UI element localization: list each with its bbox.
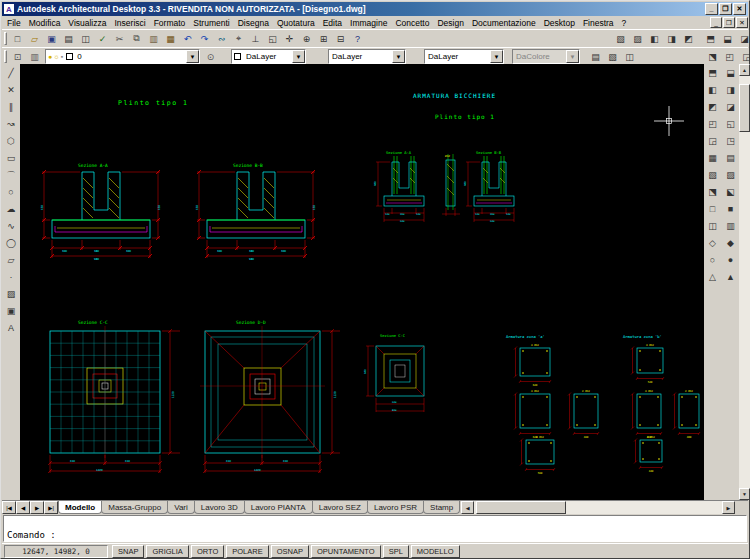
spline-button[interactable]: ∿ (3, 218, 19, 234)
hatch-button[interactable]: ▨ (3, 286, 19, 302)
scroll-right-button[interactable]: ▶ (722, 501, 735, 514)
rectangle-button[interactable]: ▭ (3, 150, 19, 166)
menu-design[interactable]: Design (433, 18, 467, 28)
view-cube-20-button[interactable]: ▥ (722, 218, 739, 234)
scroll-up-button[interactable]: ▲ (739, 64, 750, 76)
view-cube-18-button[interactable]: ■ (722, 201, 739, 217)
tab-nav-4-button[interactable]: ▶| (44, 501, 58, 514)
copy-button[interactable]: ⧉ (128, 31, 145, 47)
menu-immagine[interactable]: Immagine (346, 18, 391, 28)
pan-realtime-button[interactable]: ✛ (281, 31, 298, 47)
ellipse-button[interactable]: ◯ (3, 235, 19, 251)
horizontal-scroll-track[interactable] (474, 501, 722, 514)
zoom-previous-button[interactable]: ⊟ (332, 31, 349, 47)
status-opuntamento-button[interactable]: OPUNTAMENTO (311, 545, 381, 558)
match-properties-button[interactable]: ▦ (162, 31, 179, 47)
save-button[interactable]: ▣ (43, 31, 60, 47)
point-button[interactable]: · (3, 269, 19, 285)
view-cube-21-button[interactable]: ◇ (704, 235, 721, 251)
status-snap-button[interactable]: SNAP (112, 545, 144, 558)
view-cube-7-button[interactable]: ◰ (704, 116, 721, 132)
vertical-scroll-track[interactable] (739, 76, 750, 488)
external-reference-button[interactable]: ◨ (663, 31, 680, 47)
construction-line-button[interactable]: ✕ (3, 82, 19, 98)
menu-formato[interactable]: Formato (150, 18, 190, 28)
status-osnap-button[interactable]: OSNAP (271, 545, 309, 558)
menu-desktop[interactable]: Desktop (540, 18, 579, 28)
line-button[interactable]: ╱ (3, 65, 19, 81)
print-preview-button[interactable]: ◫ (77, 31, 94, 47)
toolbar-grip[interactable] (4, 32, 7, 45)
view-cube-10-button[interactable]: ◳ (722, 133, 739, 149)
view-cube-top-button[interactable]: ⬒ (702, 31, 719, 47)
view-cube-6-button[interactable]: ◪ (722, 99, 739, 115)
restore-button[interactable]: ❐ (719, 3, 732, 15)
ucs-button[interactable]: ⊥ (247, 31, 264, 47)
status-polare-button[interactable]: POLARE (226, 545, 268, 558)
view-cube-24-button[interactable]: ● (722, 252, 739, 268)
multiline-text-button[interactable]: A (3, 320, 19, 336)
menu-modifica[interactable]: Modifica (25, 18, 65, 28)
menu-documentazione[interactable]: Documentazione (468, 18, 540, 28)
view-cube-23-button[interactable]: ○ (704, 252, 721, 268)
multiline-button[interactable]: ∥ (3, 99, 19, 115)
menu-disegna[interactable]: Disegna (234, 18, 273, 28)
tab-lavoro-psr[interactable]: Lavoro PSR (367, 501, 424, 514)
status-modello-button[interactable]: MODELLO (411, 545, 460, 558)
polyline-button[interactable]: ↝ (3, 116, 19, 132)
menu-concetto[interactable]: Concetto (391, 18, 433, 28)
menu-finestra[interactable]: Finestra (579, 18, 618, 28)
scroll-left-button[interactable]: ◀ (461, 501, 474, 514)
lineweight-dropdown[interactable]: DaLayer ▼ (424, 49, 504, 64)
insert-block-button[interactable]: ▱ (3, 252, 19, 268)
view-cube-11-button[interactable]: ▦ (704, 150, 721, 166)
menu-file[interactable]: File (3, 18, 25, 28)
menu-help[interactable]: ? (618, 18, 631, 28)
tab-lavoro-pianta[interactable]: Lavoro PIANTA (244, 501, 313, 514)
revision-cloud-button[interactable]: ☁ (3, 201, 19, 217)
view-cube-17-button[interactable]: □ (704, 201, 721, 217)
lineweight-dropdown-arrow-icon[interactable]: ▼ (490, 50, 503, 63)
linetype-dropdown[interactable]: DaLayer ▼ (328, 49, 406, 64)
zoom-realtime-button[interactable]: ⊕ (298, 31, 315, 47)
menu-edita[interactable]: Edita (319, 18, 346, 28)
tab-nav-1-button[interactable]: |◀ (2, 501, 16, 514)
object-properties-button[interactable]: ▤ (587, 49, 604, 65)
layer-manager-button[interactable]: ⊡ (9, 49, 26, 65)
layer-states-button[interactable]: ▥ (26, 49, 43, 65)
mdi-minimize-button[interactable]: _ (710, 17, 722, 28)
tab-stamp[interactable]: Stamp (423, 501, 460, 514)
close-button[interactable]: ✕ (733, 3, 746, 15)
render-button[interactable]: ⬔ (704, 49, 721, 65)
design-center-button[interactable]: ▨ (629, 31, 646, 47)
cut-button[interactable]: ✂ (111, 31, 128, 47)
drawing-canvas[interactable]: 4 Ø126204 Ø126202 Ø124804 Ø125604 Ø12520… (20, 64, 704, 500)
minimize-button[interactable]: _ (705, 3, 718, 15)
horizontal-scrollbar[interactable]: ◀ ▶ (461, 501, 735, 514)
view-cube-26-button[interactable]: ▲ (722, 269, 739, 285)
paste-button[interactable]: ▥ (145, 31, 162, 47)
view-cube-22-button[interactable]: ◆ (722, 235, 739, 251)
db-connect-button[interactable]: ◧ (646, 31, 663, 47)
horizontal-scroll-thumb[interactable] (476, 501, 566, 514)
view-cube-iso-button[interactable]: ◪ (736, 31, 750, 47)
view-cube-25-button[interactable]: △ (704, 269, 721, 285)
mdi-restore-button[interactable]: ❐ (723, 17, 735, 28)
named-views-button[interactable]: ◱ (264, 31, 281, 47)
view-cube-16-button[interactable]: ⬕ (722, 184, 739, 200)
status-griglia-button[interactable]: GRIGLIA (146, 545, 188, 558)
light-button[interactable]: ◲ (738, 49, 750, 65)
tab-massa-gruppo[interactable]: Massa-Gruppo (101, 501, 168, 514)
redo-button[interactable]: ↷ (196, 31, 213, 47)
scroll-down-button[interactable]: ▼ (739, 488, 750, 500)
tab-vari[interactable]: Vari (167, 501, 195, 514)
menu-inserisci[interactable]: Inserisci (110, 18, 149, 28)
vertical-scrollbar[interactable]: ▲ ▼ (739, 64, 750, 500)
view-cube-14-button[interactable]: ▨ (722, 167, 739, 183)
view-cube-3-button[interactable]: ◧ (704, 82, 721, 98)
help-button[interactable]: ? (349, 31, 366, 47)
make-object-layer-current-button[interactable]: ⊙ (202, 49, 219, 65)
view-cube-19-button[interactable]: ◫ (704, 218, 721, 234)
menu-quotatura[interactable]: Quotatura (273, 18, 319, 28)
view-cube-12-button[interactable]: ▤ (722, 150, 739, 166)
